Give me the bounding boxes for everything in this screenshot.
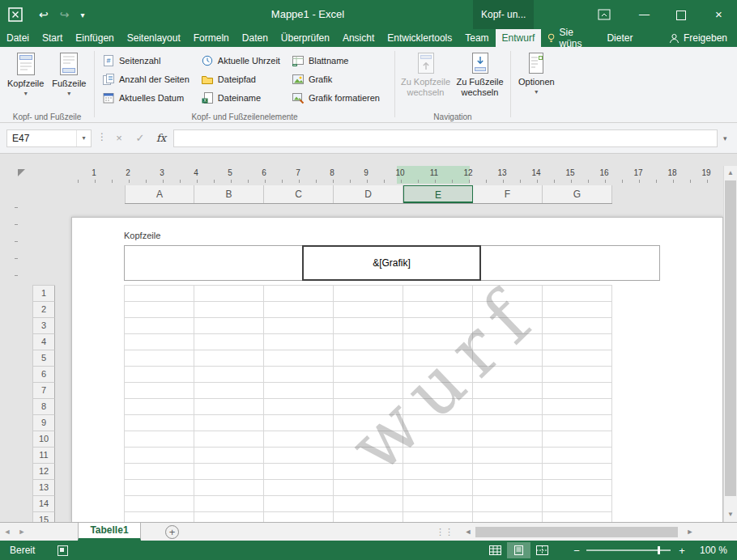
zoom-slider[interactable] xyxy=(586,549,671,551)
ruler-number: 12 xyxy=(458,168,478,177)
horizontal-scrollbar-thumb[interactable] xyxy=(475,527,678,537)
fusszeile-button[interactable]: Fußzeile ▾ xyxy=(48,49,90,111)
column-header-a[interactable]: A xyxy=(125,185,194,203)
dateiname-button[interactable]: X Dateiname xyxy=(197,88,284,107)
tab-seitenlayout[interactable]: Seitenlayout xyxy=(121,29,187,47)
formula-input[interactable] xyxy=(173,129,718,147)
ribbon: Kopfzeile ▾ Fußzeile ▾ Kopf- und Fußzeil… xyxy=(0,47,737,123)
macro-record-icon[interactable] xyxy=(58,545,68,556)
zu-kopfzeile-wechseln-button[interactable]: Zu Kopfzeile wechseln xyxy=(398,49,453,111)
share-button[interactable]: Freigeben xyxy=(659,29,737,47)
row-header-13[interactable]: 13 xyxy=(32,480,55,496)
row-header-1[interactable]: 1 xyxy=(32,286,55,302)
anzahl-der-seiten-button[interactable]: Anzahl der Seiten xyxy=(98,70,194,88)
zu-fusszeile-wechseln-button[interactable]: Zu Fußzeile wechseln xyxy=(453,49,507,111)
aktuelles-datum-button[interactable]: Aktuelles Datum xyxy=(98,88,194,107)
grafik-formatieren-button[interactable]: Grafik formatieren xyxy=(288,88,384,107)
tab-ueberpruefen[interactable]: Überprüfen xyxy=(275,29,336,47)
row-header-2[interactable]: 2 xyxy=(32,302,55,318)
column-header-e[interactable]: E xyxy=(403,185,473,203)
kopfzeile-button[interactable]: Kopfzeile ▾ xyxy=(3,49,48,111)
column-header-d[interactable]: D xyxy=(334,185,403,203)
formula-bar-expand-icon[interactable]: ▾ xyxy=(723,134,727,142)
vertical-scrollbar-thumb[interactable] xyxy=(725,180,736,496)
user-name[interactable]: Dieter Brors xyxy=(599,29,659,47)
grafik-button[interactable]: Grafik xyxy=(288,70,384,88)
normal-view-button[interactable] xyxy=(484,542,507,558)
tabbar-resize-handle[interactable]: ⋮⋮ xyxy=(436,527,454,537)
tab-entwurf[interactable]: Entwurf xyxy=(496,29,542,47)
column-header-f[interactable]: F xyxy=(473,185,543,203)
hscroll-left-icon[interactable]: ◄ xyxy=(462,528,475,536)
row-header-3[interactable]: 3 xyxy=(32,318,55,334)
column-header-b[interactable]: B xyxy=(194,185,264,203)
minimize-button[interactable]: — xyxy=(626,0,662,29)
page-break-view-button[interactable] xyxy=(530,542,554,558)
column-header-g[interactable]: G xyxy=(543,185,612,203)
sheet-tab-tabelle1[interactable]: Tabelle1 xyxy=(78,523,141,541)
seitenzahl-button[interactable]: # Seitenzahl xyxy=(98,51,194,70)
row-header-14[interactable]: 14 xyxy=(32,496,55,512)
tab-ansicht[interactable]: Ansicht xyxy=(336,29,381,47)
dateipfad-button[interactable]: Dateipfad xyxy=(197,70,284,88)
ruler-ticks xyxy=(78,180,713,183)
tab-datei[interactable]: Datei xyxy=(0,29,36,47)
scroll-down-icon[interactable]: ▼ xyxy=(724,508,737,521)
vertical-scrollbar[interactable]: ▲ ▼ xyxy=(723,166,737,522)
header-left-section[interactable] xyxy=(124,245,303,281)
blattname-button[interactable]: Blattname xyxy=(288,51,384,70)
header-right-section[interactable] xyxy=(480,245,660,281)
zoom-level[interactable]: 100 % xyxy=(693,545,727,556)
hscroll-right-icon[interactable]: ► xyxy=(684,528,697,536)
row-header-7[interactable]: 7 xyxy=(32,383,55,399)
ribbon-display-options-icon[interactable] xyxy=(598,9,611,20)
row-header-5[interactable]: 5 xyxy=(32,350,55,367)
vertical-ruler[interactable] xyxy=(15,207,18,280)
undo-icon[interactable]: ↩ xyxy=(39,8,49,21)
enter-icon[interactable]: ✓ xyxy=(131,129,149,147)
row-header-9[interactable]: 9 xyxy=(32,415,55,431)
sheet-nav-right-icon[interactable]: ► xyxy=(15,523,29,541)
row-header-4[interactable]: 4 xyxy=(32,334,55,350)
page-layout-view-button[interactable] xyxy=(507,542,530,558)
name-box[interactable]: E47 ▾ xyxy=(6,129,92,147)
tellme-button[interactable]: Sie wüns xyxy=(541,29,599,47)
insert-function-icon[interactable]: fx xyxy=(152,129,170,147)
horizontal-ruler[interactable]: 1 2 3 4 5 6 7 8 9 10 11 12 13 14 15 16 1… xyxy=(0,166,723,184)
sheet-nav-left-icon[interactable]: ◄ xyxy=(0,523,15,541)
header-center-section[interactable]: &[Grafik] xyxy=(302,245,481,281)
name-box-dropdown-icon[interactable]: ▾ xyxy=(76,130,91,146)
aktuelle-uhrzeit-button[interactable]: Aktuelle Uhrzeit xyxy=(197,51,284,70)
formula-bar-resize-handle[interactable]: ⋮ xyxy=(97,131,107,142)
optionen-button[interactable]: Optionen ▾ xyxy=(514,49,559,111)
horizontal-scrollbar[interactable] xyxy=(475,527,684,537)
ruler-number: 15 xyxy=(560,168,580,177)
qat-customize-icon[interactable]: ▾ xyxy=(80,11,84,19)
maximize-button[interactable] xyxy=(662,0,699,29)
tab-formeln[interactable]: Formeln xyxy=(187,29,236,47)
row-header-6[interactable]: 6 xyxy=(32,367,55,383)
redo-icon[interactable]: ↪ xyxy=(60,8,70,21)
ruler-number: 14 xyxy=(526,168,546,177)
tab-einfuegen[interactable]: Einfügen xyxy=(69,29,120,47)
group-kopf-und-fusszeile: Kopfzeile ▾ Fußzeile ▾ Kopf- und Fußzeil… xyxy=(0,47,94,122)
row-header-10[interactable]: 10 xyxy=(32,431,55,448)
cancel-icon[interactable]: × xyxy=(110,129,128,147)
tab-entwicklertools[interactable]: Entwicklertools xyxy=(381,29,458,47)
zoom-in-icon[interactable]: + xyxy=(675,545,688,557)
zoom-out-icon[interactable]: − xyxy=(570,545,583,557)
column-header-c[interactable]: C xyxy=(264,185,334,203)
row-header-12[interactable]: 12 xyxy=(32,464,55,480)
tab-start[interactable]: Start xyxy=(36,29,69,47)
add-sheet-button[interactable]: + xyxy=(165,525,179,539)
row-header-11[interactable]: 11 xyxy=(32,448,55,464)
row-header-15[interactable]: 15 xyxy=(32,512,55,522)
scroll-up-icon[interactable]: ▲ xyxy=(724,167,737,180)
close-button[interactable]: × xyxy=(701,0,737,29)
row-header-8[interactable]: 8 xyxy=(32,399,55,415)
zoom-slider-thumb[interactable] xyxy=(658,546,660,554)
excel-logo-icon[interactable] xyxy=(8,7,23,22)
tab-team[interactable]: Team xyxy=(458,29,495,47)
tab-daten[interactable]: Daten xyxy=(236,29,275,47)
cell-grid[interactable] xyxy=(124,285,612,522)
